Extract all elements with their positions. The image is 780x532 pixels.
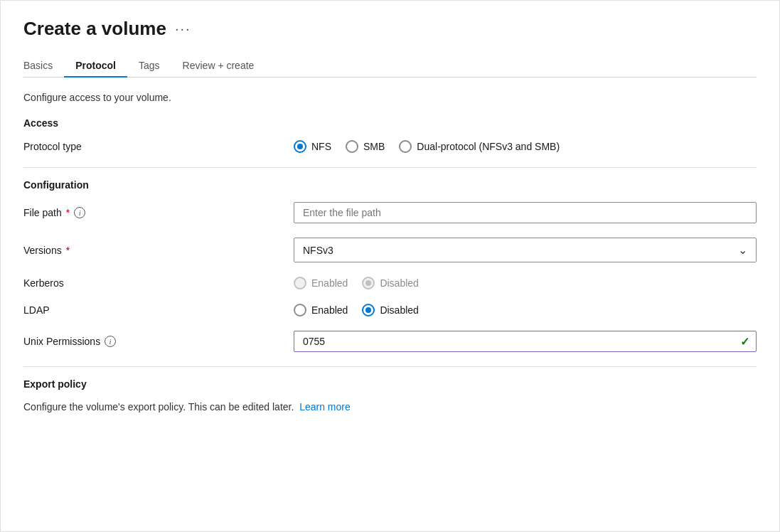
page-title: Create a volume xyxy=(23,18,166,40)
protocol-dual-option[interactable]: Dual-protocol (NFSv3 and SMB) xyxy=(399,140,560,153)
versions-label: Versions xyxy=(23,245,62,256)
kerberos-disabled-label: Disabled xyxy=(380,277,418,289)
more-options-button[interactable]: ··· xyxy=(175,21,191,37)
kerberos-disabled-option: Disabled xyxy=(362,277,418,289)
versions-required: * xyxy=(66,245,70,256)
protocol-smb-label: SMB xyxy=(363,141,385,152)
ldap-disabled-option[interactable]: Disabled xyxy=(362,304,418,316)
versions-select-wrapper[interactable]: NFSv3 ⌄ xyxy=(294,238,757,262)
protocol-dual-radio[interactable] xyxy=(399,140,412,153)
ldap-enabled-option[interactable]: Enabled xyxy=(294,304,348,316)
tab-basics[interactable]: Basics xyxy=(23,54,64,77)
versions-select[interactable]: NFSv3 ⌄ xyxy=(294,238,757,262)
unix-permissions-valid-icon: ✓ xyxy=(740,335,749,349)
protocol-type-label: Protocol type xyxy=(23,141,82,152)
tab-review-create[interactable]: Review + create xyxy=(171,54,266,77)
export-policy-learn-more-link[interactable]: Learn more xyxy=(299,401,351,413)
protocol-smb-option[interactable]: SMB xyxy=(346,140,385,153)
export-policy-description: Configure the volume's export policy. Th… xyxy=(23,401,757,413)
ldap-enabled-radio[interactable] xyxy=(294,304,306,316)
ldap-radio-group: Enabled Disabled xyxy=(294,304,757,316)
file-path-info-icon[interactable]: i xyxy=(74,207,85,218)
kerberos-disabled-radio xyxy=(362,277,375,289)
versions-chevron-icon: ⌄ xyxy=(738,243,747,257)
unix-permissions-label: Unix Permissions xyxy=(23,336,100,347)
export-policy-section-header: Export policy xyxy=(23,378,757,390)
kerberos-label: Kerberos xyxy=(23,277,64,289)
kerberos-enabled-option: Enabled xyxy=(294,277,348,289)
protocol-nfs-radio[interactable] xyxy=(294,140,306,153)
protocol-nfs-label: NFS xyxy=(311,141,331,152)
ldap-enabled-label: Enabled xyxy=(311,304,348,316)
tab-tags[interactable]: Tags xyxy=(127,54,171,77)
protocol-dual-label: Dual-protocol (NFSv3 and SMB) xyxy=(417,141,560,152)
page-description: Configure access to your volume. xyxy=(23,92,757,103)
kerberos-enabled-radio xyxy=(294,277,306,289)
ldap-label: LDAP xyxy=(23,304,50,316)
file-path-input[interactable] xyxy=(294,202,757,223)
tabs-row: Basics Protocol Tags Review + create xyxy=(23,54,757,78)
file-path-label: File path xyxy=(23,207,62,218)
ldap-disabled-radio[interactable] xyxy=(362,304,375,316)
tab-protocol[interactable]: Protocol xyxy=(64,54,127,77)
ldap-disabled-label: Disabled xyxy=(380,304,418,316)
protocol-nfs-option[interactable]: NFS xyxy=(294,140,331,153)
kerberos-enabled-label: Enabled xyxy=(311,277,348,289)
unix-permissions-input[interactable] xyxy=(294,331,757,352)
configuration-section-header: Configuration xyxy=(23,179,757,191)
file-path-required: * xyxy=(66,207,70,218)
unix-permissions-info-icon[interactable]: i xyxy=(105,336,116,347)
protocol-smb-radio[interactable] xyxy=(346,140,358,153)
kerberos-radio-group: Enabled Disabled xyxy=(294,277,757,289)
unix-permissions-wrapper: ✓ xyxy=(294,331,757,352)
protocol-type-radio-group: NFS SMB Dual-protocol (NFSv3 and SMB) xyxy=(294,140,757,153)
versions-selected-value: NFSv3 xyxy=(303,245,333,256)
access-section-header: Access xyxy=(23,117,757,129)
